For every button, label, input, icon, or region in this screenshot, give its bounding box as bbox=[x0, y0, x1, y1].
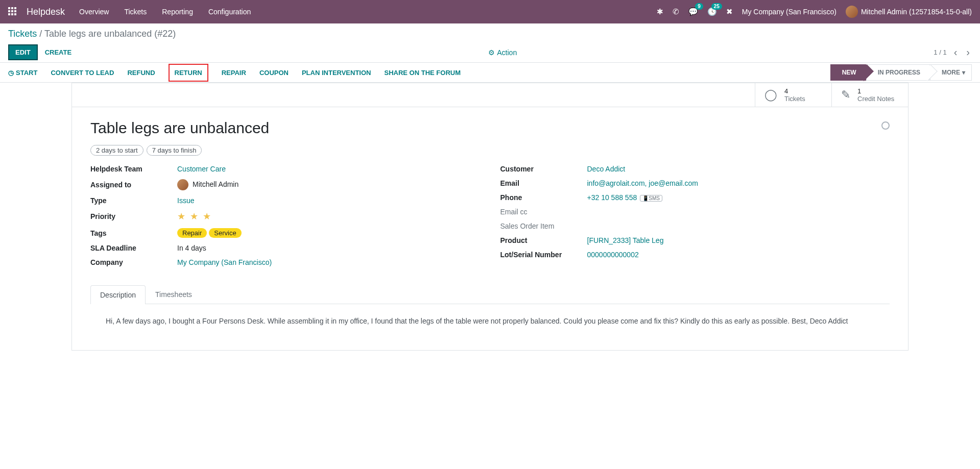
sla-value: In 4 days bbox=[177, 244, 206, 252]
tag-repair: Repair bbox=[177, 228, 207, 238]
nav-reporting[interactable]: Reporting bbox=[162, 8, 193, 16]
nav-configuration[interactable]: Configuration bbox=[208, 8, 251, 16]
caret-down-icon: ▾ bbox=[962, 69, 965, 76]
email-label: Email bbox=[500, 179, 587, 187]
lot-label: Lot/Serial Number bbox=[500, 251, 587, 259]
product-value[interactable]: [FURN_2333] Table Leg bbox=[587, 236, 664, 244]
kanban-state-dot[interactable] bbox=[881, 121, 890, 130]
pill-finish: 7 days to finish bbox=[147, 145, 202, 156]
email-value[interactable]: info@agrolait.com, joe@email.com bbox=[587, 179, 699, 187]
notebook-tabs: Description Timesheets bbox=[90, 285, 890, 304]
nav-right: ✱ ✆ 💬9 🕓25 ✖ My Company (San Francisco) … bbox=[657, 6, 972, 18]
tab-description[interactable]: Description bbox=[90, 285, 146, 304]
product-label: Product bbox=[500, 236, 587, 244]
stage-in-progress[interactable]: IN PROGRESS bbox=[866, 64, 930, 81]
stat-credit-label: Credit Notes bbox=[857, 95, 894, 103]
edit-button[interactable]: EDIT bbox=[8, 44, 38, 60]
repair-button[interactable]: REPAIR bbox=[222, 69, 246, 77]
stat-tickets-label: Tickets bbox=[784, 95, 805, 103]
phone-value: +32 10 588 558📱SMS bbox=[587, 193, 662, 202]
assigned-value[interactable]: Mitchell Admin bbox=[177, 179, 238, 190]
tag-service: Service bbox=[209, 228, 241, 238]
left-column: Helpdesk TeamCustomer Care Assigned toMi… bbox=[90, 165, 480, 273]
control-panel: Tickets / Table legs are unbalanced (#22… bbox=[0, 23, 980, 60]
form-sheet: ◯ 4Tickets ✎ 1Credit Notes Table legs ar… bbox=[71, 83, 909, 351]
sms-button[interactable]: 📱SMS bbox=[640, 195, 662, 202]
sla-label: SLA Deadline bbox=[90, 244, 177, 252]
company-value[interactable]: My Company (San Francisco) bbox=[177, 258, 272, 266]
coupon-button[interactable]: COUPON bbox=[259, 69, 289, 77]
pencil-square-icon: ✎ bbox=[841, 88, 850, 102]
field-columns: Helpdesk TeamCustomer Care Assigned toMi… bbox=[90, 165, 890, 273]
nav-tickets[interactable]: Tickets bbox=[124, 8, 147, 16]
assignee-avatar-icon bbox=[177, 179, 188, 190]
statusbar-actions: ◷START CONVERT TO LEAD REFUND RETURN REP… bbox=[8, 64, 461, 82]
tags-value[interactable]: RepairService bbox=[177, 228, 244, 238]
pager: 1 / 1 ‹ › bbox=[934, 46, 972, 58]
stat-credit-count: 1 bbox=[857, 87, 894, 95]
phone-label: Phone bbox=[500, 193, 587, 202]
refund-button[interactable]: REFUND bbox=[127, 69, 155, 77]
app-title[interactable]: Helpdesk bbox=[27, 7, 65, 17]
breadcrumb-current: Table legs are unbalanced (#22) bbox=[44, 29, 176, 39]
description-text: Hi, A few days ago, I bought a Four Pers… bbox=[90, 304, 890, 338]
user-name: Mitchell Admin (12571854-15-0-all) bbox=[861, 8, 972, 16]
pager-prev[interactable]: ‹ bbox=[952, 46, 960, 58]
stat-buttons: ◯ 4Tickets ✎ 1Credit Notes bbox=[72, 83, 908, 107]
convert-to-lead-button[interactable]: CONVERT TO LEAD bbox=[51, 69, 114, 77]
customer-value[interactable]: Deco Addict bbox=[587, 165, 626, 173]
sheet-body: Table legs are unbalanced 2 days to star… bbox=[72, 107, 908, 350]
share-forum-button[interactable]: SHARE ON THE FORUM bbox=[385, 69, 461, 77]
clock-icon: ◷ bbox=[8, 69, 14, 77]
phone-icon[interactable]: ✆ bbox=[673, 7, 679, 16]
nav-menu: Overview Tickets Reporting Configuration bbox=[79, 8, 251, 16]
bug-icon[interactable]: ✱ bbox=[657, 7, 663, 16]
breadcrumb-parent[interactable]: Tickets bbox=[8, 29, 37, 39]
company-switcher[interactable]: My Company (San Francisco) bbox=[742, 8, 836, 16]
assigned-label: Assigned to bbox=[90, 181, 177, 189]
pager-next[interactable]: › bbox=[964, 46, 972, 58]
user-menu[interactable]: Mitchell Admin (12571854-15-0-all) bbox=[846, 6, 972, 18]
team-value[interactable]: Customer Care bbox=[177, 165, 226, 173]
stat-tickets[interactable]: ◯ 4Tickets bbox=[755, 83, 831, 107]
type-value[interactable]: Issue bbox=[177, 196, 194, 205]
priority-stars[interactable]: ★ ★ ★ bbox=[177, 211, 212, 222]
top-nav: Helpdesk Overview Tickets Reporting Conf… bbox=[0, 0, 980, 23]
stat-credit-notes[interactable]: ✎ 1Credit Notes bbox=[831, 83, 908, 107]
pager-count: 1 / 1 bbox=[934, 48, 946, 56]
activities-icon[interactable]: 🕓25 bbox=[707, 7, 717, 16]
stage-buttons: NEW IN PROGRESS MORE ▾ bbox=[830, 64, 972, 81]
tools-icon[interactable]: ✖ bbox=[726, 7, 733, 16]
breadcrumb: Tickets / Table legs are unbalanced (#22… bbox=[8, 29, 972, 39]
create-button[interactable]: CREATE bbox=[45, 48, 71, 56]
ticket-title: Table legs are unbalanced bbox=[90, 119, 890, 137]
soi-label: Sales Order Item bbox=[500, 222, 587, 230]
activities-badge: 25 bbox=[711, 3, 722, 10]
plan-intervention-button[interactable]: PLAN INTERVENTION bbox=[302, 69, 371, 77]
messages-badge: 9 bbox=[695, 3, 703, 10]
team-label: Helpdesk Team bbox=[90, 165, 177, 173]
lifebuoy-icon: ◯ bbox=[764, 88, 777, 102]
form-sheet-wrap: ◯ 4Tickets ✎ 1Credit Notes Table legs ar… bbox=[0, 83, 980, 371]
stat-tickets-count: 4 bbox=[784, 87, 805, 95]
priority-label: Priority bbox=[90, 212, 177, 220]
company-label: Company bbox=[90, 258, 177, 266]
status-bar: ◷START CONVERT TO LEAD REFUND RETURN REP… bbox=[0, 62, 980, 83]
pill-start: 2 days to start bbox=[90, 145, 144, 156]
customer-label: Customer bbox=[500, 165, 587, 173]
gear-icon: ⚙ bbox=[488, 48, 495, 57]
emailcc-label: Email cc bbox=[500, 208, 587, 216]
action-label: Action bbox=[497, 48, 517, 57]
type-label: Type bbox=[90, 196, 177, 205]
start-button[interactable]: ◷START bbox=[8, 69, 37, 77]
messages-icon[interactable]: 💬9 bbox=[688, 7, 698, 16]
tags-label: Tags bbox=[90, 229, 177, 237]
apps-icon[interactable] bbox=[8, 7, 17, 16]
action-dropdown[interactable]: ⚙ Action bbox=[488, 48, 517, 57]
avatar-icon bbox=[846, 6, 858, 18]
return-button[interactable]: RETURN bbox=[169, 64, 208, 82]
nav-overview[interactable]: Overview bbox=[79, 8, 109, 16]
stage-new[interactable]: NEW bbox=[830, 64, 866, 81]
lot-value[interactable]: 0000000000002 bbox=[587, 251, 639, 259]
tab-timesheets[interactable]: Timesheets bbox=[146, 285, 202, 304]
